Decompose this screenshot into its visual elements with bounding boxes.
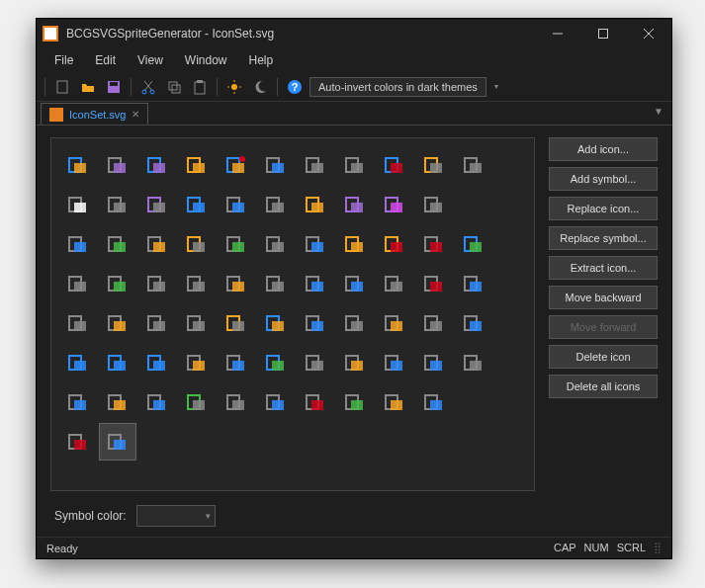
icon-square-plus[interactable]	[336, 383, 374, 421]
open-icon[interactable]	[77, 76, 99, 98]
side-btn-add-symbol[interactable]: Add symbol...	[549, 167, 658, 191]
side-btn-replace-icon[interactable]: Replace icon...	[549, 197, 658, 220]
icon-page-image[interactable]	[218, 186, 255, 223]
symbol-color-select[interactable]	[136, 505, 216, 527]
menu-window[interactable]: Window	[175, 51, 237, 69]
icon-page-arrow[interactable]	[99, 383, 136, 421]
icon-page-x[interactable]	[257, 265, 295, 302]
icon-page-wide[interactable]	[178, 265, 216, 302]
icon-windows2[interactable]	[138, 383, 176, 421]
icon-page-lines2[interactable]	[336, 304, 374, 342]
icon-pages-arrow[interactable]	[415, 383, 453, 421]
icon-ruler-page[interactable]	[59, 383, 97, 421]
icon-disk-edit[interactable]	[376, 186, 413, 223]
auto-invert-dropdown[interactable]: Auto-invert colors in dark themes	[309, 77, 486, 97]
icon-sun[interactable]	[178, 146, 216, 184]
icon-font-a[interactable]	[376, 146, 413, 184]
icon-checkbox[interactable]	[297, 304, 334, 342]
icon-windows[interactable]	[297, 146, 334, 184]
icon-page-cert[interactable]	[415, 225, 453, 263]
icon-page-text[interactable]	[59, 304, 97, 342]
menu-edit[interactable]: Edit	[85, 51, 126, 69]
icon-blank2[interactable]	[455, 383, 492, 421]
icon-para-left[interactable]	[59, 265, 97, 302]
icon-word-check[interactable]	[455, 225, 492, 263]
icon-table-plus[interactable]	[138, 225, 176, 263]
icon-arrow-right[interactable]	[59, 344, 97, 381]
icon-search-box[interactable]	[455, 304, 492, 342]
icon-overlap[interactable]	[138, 304, 176, 342]
close-button[interactable]	[626, 19, 671, 48]
icon-contrast[interactable]	[59, 186, 97, 223]
light-theme-icon[interactable]	[223, 76, 245, 98]
icon-square-angle[interactable]	[415, 304, 453, 342]
icon-copy[interactable]	[376, 265, 413, 302]
side-btn-move-backward[interactable]: Move backward	[549, 286, 658, 309]
icon-square-back[interactable]	[415, 146, 453, 184]
side-btn-add-icon[interactable]: Add icon...	[549, 137, 658, 161]
icon-page-check[interactable]	[99, 265, 136, 302]
icon-page-pencil[interactable]	[336, 344, 374, 381]
icon-picture[interactable]	[257, 304, 295, 342]
icon-two-pages[interactable]	[138, 265, 176, 302]
icon-half-page[interactable]	[218, 344, 255, 381]
maximize-button[interactable]	[580, 19, 626, 48]
icon-pie-chart[interactable]	[218, 146, 255, 184]
tabbar-menu-icon[interactable]: ▼	[654, 106, 663, 117]
icon-disk[interactable]	[336, 186, 374, 223]
dropdown-arrow-icon[interactable]: ▾	[490, 82, 502, 91]
icon-page-edit[interactable]	[59, 225, 97, 263]
side-btn-replace-symbol[interactable]: Replace symbol...	[549, 226, 658, 250]
icon-page-globe[interactable]	[415, 344, 453, 381]
icon-page-info[interactable]	[297, 225, 334, 263]
side-btn-delete-icon[interactable]: Delete icon	[549, 345, 658, 369]
icon-page-text2[interactable]	[99, 304, 136, 342]
icon-arrow-left[interactable]	[99, 344, 136, 381]
menu-help[interactable]: Help	[239, 51, 284, 69]
icon-rotate[interactable]	[178, 186, 216, 223]
icon-arrow-down[interactable]	[138, 344, 176, 381]
paste-icon[interactable]	[189, 76, 211, 98]
icon-page-lock[interactable]	[178, 344, 216, 381]
icon-image-resize[interactable]	[257, 146, 295, 184]
icon-page-search[interactable]	[257, 225, 295, 263]
copy-icon[interactable]	[163, 76, 185, 98]
tab-close-icon[interactable]: ✕	[132, 109, 139, 120]
cut-icon[interactable]	[137, 76, 159, 98]
menu-view[interactable]: View	[128, 51, 173, 69]
icon-translate[interactable]	[376, 344, 413, 381]
side-btn-delete-all-icons[interactable]: Delete all icons	[549, 375, 658, 398]
icon-page[interactable]	[257, 186, 295, 223]
icon-disk-back[interactable]	[138, 186, 176, 223]
icon-grid[interactable]	[257, 383, 295, 421]
icon-clipboard[interactable]	[218, 304, 255, 342]
icon-printer-check[interactable]	[218, 225, 255, 263]
icon-user-page[interactable]	[99, 225, 136, 263]
icon-magnifier[interactable]	[455, 344, 492, 381]
icon-back-front[interactable]	[455, 265, 492, 302]
icon-cut[interactable]	[297, 265, 334, 302]
icon-abc-check[interactable]	[257, 344, 295, 381]
tab-iconset[interactable]: IconSet.svg ✕	[41, 103, 148, 125]
icon-bar-chart2[interactable]	[178, 304, 216, 342]
icon-book[interactable]	[297, 344, 334, 381]
save-icon[interactable]	[103, 76, 125, 98]
icon-printer[interactable]	[415, 186, 453, 223]
icon-film[interactable]	[218, 265, 255, 302]
icon-portrait[interactable]	[376, 383, 413, 421]
icon-table2[interactable]	[218, 383, 255, 421]
menu-file[interactable]: File	[44, 51, 83, 69]
icon-page-star[interactable]	[376, 304, 413, 342]
icon-ab1[interactable]	[297, 383, 334, 421]
side-btn-extract-icon[interactable]: Extract icon...	[549, 256, 658, 280]
icon-user-green[interactable]	[178, 383, 216, 421]
icon-folder-open[interactable]	[297, 186, 334, 223]
icon-folder-up[interactable]	[178, 225, 216, 263]
new-icon[interactable]	[51, 76, 73, 98]
icon-chart-table[interactable]	[99, 146, 136, 184]
icon-page-down[interactable]	[59, 423, 97, 461]
icon-sun-outline[interactable]	[99, 186, 136, 223]
icon-page-lines[interactable]	[336, 225, 374, 263]
icon-blank1[interactable]	[455, 186, 492, 223]
icon-page-ruler[interactable]	[336, 265, 374, 302]
